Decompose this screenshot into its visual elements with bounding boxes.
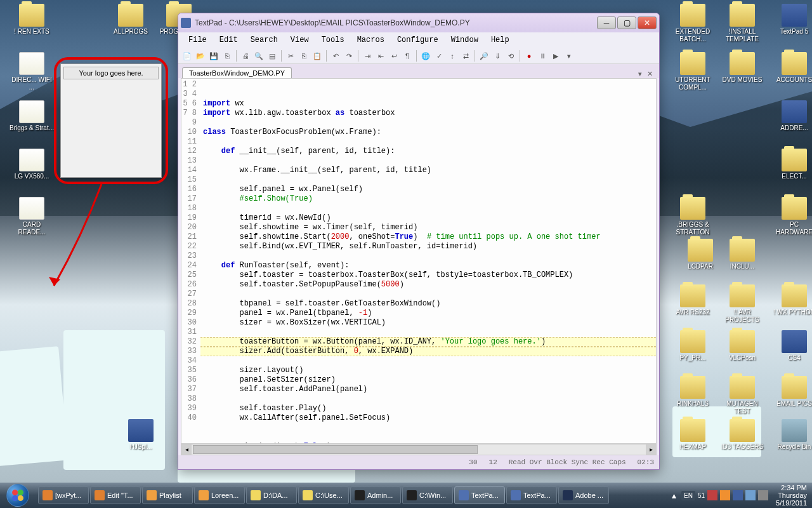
print-icon[interactable]: 🖨 — [239, 50, 252, 62]
menu-edit[interactable]: Edit — [214, 34, 243, 46]
menu-window[interactable]: Window — [446, 34, 483, 46]
maximize-button[interactable]: ▢ — [617, 17, 636, 29]
menu-tools[interactable]: Tools — [317, 34, 350, 46]
desktop-icon[interactable]: INCLU... — [719, 239, 765, 271]
desktop-icon[interactable]: ID3 TAGGERS — [719, 419, 765, 451]
sort-icon[interactable]: ↕ — [446, 50, 459, 62]
taskbar-item[interactable]: D:\DA... — [246, 486, 297, 504]
desktop-icon[interactable]: UTORRENT COMPL... — [670, 52, 716, 91]
compare-icon[interactable]: ⇄ — [459, 50, 472, 62]
taskbar-item[interactable]: TextPa... — [506, 486, 557, 504]
play-icon[interactable]: ▶ — [549, 50, 562, 62]
desktop-icon[interactable]: ADDRE... — [771, 100, 812, 132]
taskbar-item[interactable]: Edit "T... — [90, 486, 141, 504]
menu-configure[interactable]: Configure — [392, 34, 443, 46]
document-tab[interactable]: ToasterBoxWindow_DEMO.PY — [182, 67, 292, 78]
desktop-icon[interactable]: HEXMAP — [670, 419, 716, 451]
minimize-button[interactable]: ─ — [597, 17, 616, 29]
pause-icon[interactable]: ⏸ — [536, 50, 549, 62]
desktop-icon[interactable]: VLCPosn — [719, 330, 765, 362]
tab-dropdown-icon[interactable]: ▾ — [636, 70, 645, 78]
menu-view[interactable]: View — [285, 34, 314, 46]
desktop-icon[interactable]: ! WX PYTHON — [771, 284, 812, 316]
tray-icon[interactable] — [733, 490, 743, 500]
taskbar-item[interactable]: [wxPyt... — [38, 486, 89, 504]
desktop-icon[interactable]: AVR RS232 — [670, 284, 716, 316]
taskbar-item[interactable]: C:\Win... — [402, 486, 453, 504]
saveall-icon[interactable]: ⎘ — [221, 50, 233, 62]
desktop-icon[interactable]: HJSpl... — [118, 419, 164, 451]
desktop-icon[interactable]: PY_PR... — [670, 330, 716, 362]
desktop-icon[interactable]: CARD READE... — [9, 197, 55, 236]
redo-icon[interactable]: ↷ — [343, 50, 355, 62]
temperature[interactable]: 51 — [698, 492, 705, 499]
network-icon[interactable] — [745, 490, 756, 500]
spell-icon[interactable]: ✓ — [433, 50, 445, 62]
findnext-icon[interactable]: ⇓ — [491, 50, 504, 62]
desktop-icon[interactable]: EMAIL PICS — [771, 376, 812, 408]
volume-icon[interactable] — [758, 490, 768, 500]
clock[interactable]: 2:34 PM Thursday 5/19/2011 — [771, 484, 807, 507]
start-button[interactable] — [0, 483, 36, 508]
find-icon[interactable]: 🔎 — [478, 50, 490, 62]
taskbar-item[interactable]: TextPa... — [454, 486, 505, 504]
cut-icon[interactable]: ✂ — [284, 50, 297, 62]
desktop-icon[interactable]: !! AVR PROJECTS — [719, 284, 765, 324]
open-icon[interactable]: 📂 — [194, 50, 207, 62]
tray-icon[interactable] — [707, 490, 717, 500]
save-icon[interactable]: 💾 — [207, 50, 220, 62]
desktop-icon[interactable]: DIREC... WIFI ... — [9, 52, 55, 91]
taskbar-item[interactable]: Playlist — [142, 486, 193, 504]
close-button[interactable]: ✕ — [638, 17, 657, 29]
desktop-icon[interactable]: ! REN EXTS — [9, 4, 55, 36]
more-icon[interactable]: ▾ — [563, 50, 575, 62]
taskbar-item[interactable]: Loreen... — [194, 486, 245, 504]
code-area[interactable]: import wx import wx.lib.agw.toasterbox a… — [200, 79, 656, 443]
desktop-icon[interactable]: TextPad 5 — [771, 4, 812, 36]
menu-search[interactable]: Search — [246, 34, 283, 46]
desktop-icon[interactable]: LG VX560... — [9, 149, 55, 180]
scroll-left-icon[interactable]: ◂ — [181, 444, 192, 455]
undo-icon[interactable]: ↶ — [329, 50, 342, 62]
horizontal-scrollbar[interactable]: ◂ ▸ — [181, 444, 657, 455]
replace-icon[interactable]: ⟲ — [504, 50, 517, 62]
desktop-icon[interactable]: !INSTALL TEMPLATE — [719, 4, 765, 43]
copy-icon[interactable]: ⎘ — [298, 50, 310, 62]
menu-macros[interactable]: Macros — [352, 34, 390, 46]
desktop-icon[interactable]: MUTAGEN TEST — [719, 376, 765, 415]
desktop-icon[interactable]: DVD MOVIES — [719, 52, 765, 84]
record-icon[interactable]: ● — [523, 50, 535, 62]
taskbar-item[interactable]: C:\Use... — [298, 486, 349, 504]
desktop-icon[interactable]: .BRIGGS & STRATTON — [670, 197, 716, 236]
paste-icon[interactable]: 📋 — [311, 50, 324, 62]
indent-icon[interactable]: ⇥ — [361, 50, 374, 62]
scroll-right-icon[interactable]: ▸ — [646, 444, 656, 455]
desktop-icon[interactable]: CS4 — [771, 330, 812, 362]
desktop-icon[interactable]: ELECT... — [771, 149, 812, 180]
toaster-popup-window[interactable]: Your logo goes here. — [60, 64, 162, 178]
desktop-icon[interactable]: Recycle Bin — [771, 419, 812, 451]
menu-file[interactable]: File — [183, 34, 212, 46]
doc-icon[interactable]: ▤ — [266, 50, 278, 62]
code-editor[interactable]: 1 2 3 4 5 6 7 8 9 10 11 12 13 14 15 16 1… — [181, 78, 657, 444]
desktop-icon[interactable]: EXTENDED BATCH... — [670, 4, 716, 43]
menu-help[interactable]: Help — [486, 34, 514, 46]
new-icon[interactable]: 📄 — [181, 50, 193, 62]
preview-icon[interactable]: 🔍 — [252, 50, 265, 62]
desktop-icon[interactable]: RINKHALS — [670, 376, 716, 408]
language-indicator[interactable]: EN — [681, 491, 695, 500]
outdent-icon[interactable]: ⇤ — [374, 50, 387, 62]
taskbar-item[interactable]: Adobe ... — [558, 486, 609, 504]
tray-overflow-icon[interactable]: ▴ — [669, 490, 679, 500]
tab-close-icon[interactable]: ✕ — [645, 70, 655, 78]
desktop-icon[interactable]: ACCOUNTS — [771, 52, 812, 84]
desktop-icon[interactable]: Briggs & Strat... — [9, 100, 55, 132]
scroll-thumb[interactable] — [193, 445, 478, 454]
wrap-icon[interactable]: ↩ — [388, 50, 400, 62]
logo-button[interactable]: Your logo goes here. — [63, 67, 159, 79]
desktop-icon[interactable]: PC HARDWARE — [771, 197, 812, 236]
tray-icon[interactable] — [720, 490, 730, 500]
taskbar-item[interactable]: Admin... — [350, 486, 401, 504]
desktop-icon[interactable]: LCDPAR — [678, 239, 723, 271]
para-icon[interactable]: ¶ — [401, 50, 414, 62]
